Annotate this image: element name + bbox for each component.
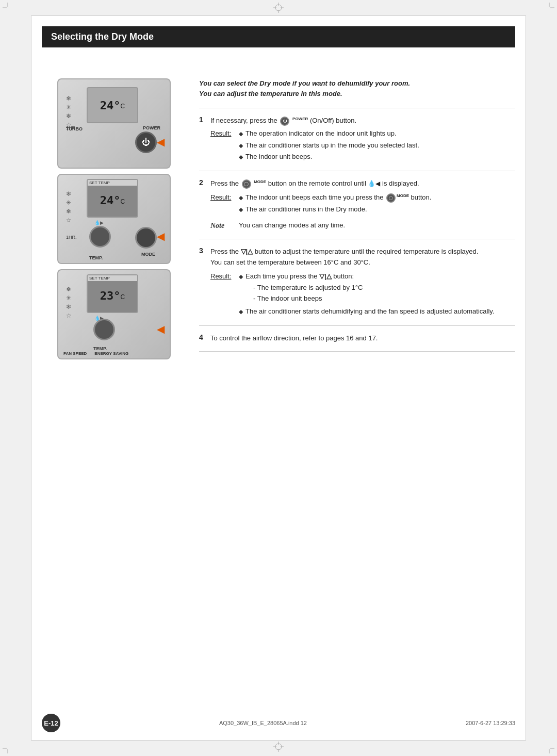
step-1-num: 1 — [199, 116, 210, 163]
step-4-text: To control the airflow direction, refer … — [210, 334, 378, 342]
step-4-num: 4 — [199, 333, 210, 344]
step-1: 1 If necessary, press the ⏻ POWER (On/Of… — [199, 116, 515, 163]
energy-saving-label: ENERGY SAVING — [94, 351, 128, 356]
mode-icon-inline-2: ◯ — [386, 193, 396, 203]
bottom-labels: FAN SPEED ENERGY SAVING — [63, 351, 128, 356]
diamond-icon-7: ◆ — [239, 307, 243, 317]
fan-icon-9: ❄ — [66, 286, 72, 293]
dry-symbol: 💧◀ — [368, 180, 380, 187]
mode-button-img — [135, 227, 157, 249]
result-label-2: Result: — [210, 192, 239, 203]
label-mode: MODE — [141, 252, 155, 257]
temp-button-img — [89, 226, 111, 248]
step-3-content: Press the ▽|△ button to adjust the tempe… — [210, 246, 515, 318]
right-panel: You can select the Dry mode if you want … — [191, 53, 515, 365]
result-items-2: ◆ The indoor unit beeps each time you pr… — [239, 192, 515, 216]
step-3-num: 3 — [199, 246, 210, 318]
result-item-2-2: ◆ The air conditioner runs in the Dry mo… — [239, 204, 515, 215]
fan-speed-label: FAN SPEED — [63, 351, 87, 356]
result-text-1-3: The indoor unit beeps. — [245, 152, 312, 162]
divider-5 — [199, 351, 515, 352]
result-text-3-2: The air conditioner starts dehumidifying… — [245, 306, 494, 317]
label-temp-2: TEMP. — [89, 255, 103, 260]
label-1hr-2: 1HR. — [66, 235, 77, 240]
result-item-2-1: ◆ The indoor unit beeps each time you pr… — [239, 192, 515, 203]
mode-superscript: MODE — [254, 179, 266, 184]
note-text: You can change modes at any time. — [239, 220, 345, 231]
set-temp-label-2: SET TEMP — [88, 180, 137, 186]
fan-icon-1: ❄ — [66, 95, 72, 102]
result-text-1-1: The operation indicator on the indoor un… — [245, 128, 397, 139]
footer-file: AQ30_36W_IB_E_28065A.indd 12 — [219, 720, 307, 726]
label-power: POWER — [143, 125, 160, 130]
fan-icon-8: ☆ — [66, 217, 72, 224]
step-3-range: You can set the temperature between 16°C… — [210, 258, 370, 266]
sub-list: The temperature is adjusted by 1°C The i… — [253, 283, 515, 304]
arrow-temp: ◀ — [157, 323, 165, 335]
diamond-icon-3: ◆ — [239, 153, 243, 162]
step-3-text: Press the — [210, 248, 241, 255]
step-4: 4 To control the airflow direction, refe… — [199, 333, 515, 344]
step-1-text: If necessary, press the — [210, 117, 279, 124]
divider-2 — [199, 171, 515, 171]
label-temp-3: TEMP. — [93, 346, 107, 351]
remote-display-2: SET TEMP 24° C — [87, 179, 138, 218]
divider-3 — [199, 239, 515, 239]
fan-icons-1: ❄ ✳ ❄ ☆ — [66, 95, 72, 128]
label-1hr-1: 1HR. — [66, 125, 77, 130]
fan-icon-5: ❄ — [66, 190, 72, 198]
result-text-3-1: Each time you press the ▽|△ button: — [245, 271, 354, 282]
remote-image-3: ❄ ✳ ❄ ☆ SET TEMP 23° C 💧▶ TEMP. — [57, 269, 171, 359]
sub-item-2: The indoor unit beeps — [253, 293, 515, 304]
step-2-text: Press the — [210, 179, 241, 187]
result-item-1-2: ◆ The air conditioner starts up in the m… — [239, 140, 515, 151]
result-items-1: ◆ The operation indicator on the indoor … — [239, 128, 515, 163]
fan-icons-2: ❄ ✳ ❄ ☆ — [66, 190, 72, 224]
diamond-icon-4: ◆ — [239, 193, 243, 203]
footer-date: 2007-6-27 13:29:33 — [466, 720, 515, 726]
remote-screen-temp-2: 24° — [100, 194, 121, 207]
step-3-result: Result: ◆ Each time you press the ▽|△ bu… — [210, 271, 515, 318]
remote-image-2: ❄ ✳ ❄ ☆ SET TEMP 24° C 💧▶ 1HR. MODE — [57, 174, 171, 264]
step-2-text3: is displayed. — [382, 179, 419, 187]
diamond-icon-5: ◆ — [239, 205, 243, 215]
intro-line2: You can adjust the temperature in this m… — [199, 90, 342, 97]
result-label-3: Result: — [210, 271, 239, 282]
diamond-icon-2: ◆ — [239, 141, 243, 151]
fan-icon-12: ☆ — [66, 312, 72, 319]
remote-image-1: ❄ ✳ ❄ ☆ 24° C TURBO POWER 1HR. ◀ — [57, 78, 171, 169]
step-2-result: Result: ◆ The indoor unit beeps each tim… — [210, 192, 515, 216]
page-container: Selecting the Dry Mode ❄ ✳ ❄ ☆ 24° C TUR… — [31, 15, 526, 741]
fan-icon-11: ❄ — [66, 303, 72, 310]
result-label-1: Result: — [210, 128, 239, 139]
step-2-content: Press the ◯ MODE button on the remote co… — [210, 178, 515, 232]
result-items-3: ◆ Each time you press the ▽|△ button: Th… — [239, 271, 515, 318]
temp-button-img-3 — [93, 319, 115, 340]
result-text-1-2: The air conditioner starts up in the mod… — [245, 140, 419, 151]
mode-icon-inline: ◯ — [242, 179, 251, 189]
result-item-1-1: ◆ The operation indicator on the indoor … — [239, 128, 515, 139]
divider-1 — [199, 108, 515, 108]
temp-arrow-inline: ▽|△ — [319, 272, 332, 280]
page-number: E-12 — [44, 719, 58, 727]
arrow-mode: ◀ — [157, 230, 165, 242]
step-2: 2 Press the ◯ MODE button on the remote … — [199, 178, 515, 232]
footer: E-12 AQ30_36W_IB_E_28065A.indd 12 2007-6… — [42, 714, 515, 732]
step-1-text2: (On/Off) button. — [310, 117, 356, 124]
result-item-3-1: ◆ Each time you press the ▽|△ button: — [239, 271, 515, 282]
sub-item-1: The temperature is adjusted by 1°C — [253, 283, 515, 293]
power-icon-inline: ⏻ — [280, 117, 289, 126]
remote-display-1: 24° C — [87, 87, 138, 123]
diamond-icon-1: ◆ — [239, 129, 243, 139]
note-label: Note — [210, 220, 239, 232]
step-1-content: If necessary, press the ⏻ POWER (On/Off)… — [210, 116, 515, 163]
diamond-icon-6: ◆ — [239, 272, 243, 282]
fan-icon-7: ❄ — [66, 208, 72, 215]
fan-icon-2: ✳ — [66, 104, 72, 111]
fan-icon-6: ✳ — [66, 199, 72, 206]
page-badge: E-12 — [42, 714, 60, 732]
step-3-text2: button to adjust the temperature until t… — [255, 248, 479, 255]
step-2-text2: button on the remote control until — [268, 179, 368, 187]
page-title: Selecting the Dry Mode — [42, 26, 515, 47]
step-2-note: Note You can change modes at any time. — [210, 220, 515, 232]
